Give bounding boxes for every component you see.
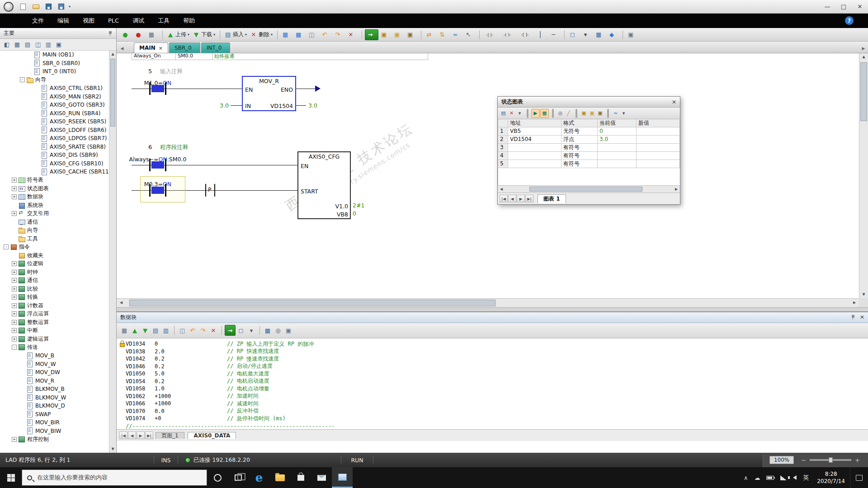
sc-options-caret[interactable]: ▾ xyxy=(620,109,627,118)
tree-expander-icon[interactable]: + xyxy=(12,194,17,199)
datablock-line[interactable]: VD1074 +0 // 急停补偿时间 (ms) xyxy=(118,415,868,422)
properties-button[interactable]: ▣ xyxy=(626,29,638,40)
datablock-value[interactable]: 2.0 xyxy=(155,348,227,355)
menu-item[interactable]: PLC xyxy=(101,14,126,28)
tree-expander-icon[interactable] xyxy=(12,220,17,225)
tree-expander-icon[interactable] xyxy=(20,404,25,408)
tree-expander-icon[interactable] xyxy=(20,395,25,400)
zoom-slider[interactable] xyxy=(810,459,851,461)
selection-pointer-button[interactable]: ↖ xyxy=(463,29,476,40)
read-forces-button[interactable]: ▣ xyxy=(405,29,418,40)
tree-expander-icon[interactable] xyxy=(20,420,25,425)
tree-item[interactable]: + 整数运算 xyxy=(0,318,109,327)
tree-item[interactable]: MOV_DW xyxy=(0,368,109,377)
tree-expander-icon[interactable] xyxy=(34,153,39,158)
tray-chevron-icon[interactable]: ∧ xyxy=(741,474,751,481)
sc-unforce-button[interactable]: ▣ xyxy=(588,109,596,118)
onedrive-icon[interactable]: ☁ xyxy=(751,474,763,481)
tree-item[interactable]: AXIS0_RUN (SBR4) xyxy=(0,109,109,118)
tree-item[interactable]: MOV_BIW xyxy=(0,427,109,436)
positive-edge-contact[interactable]: P xyxy=(205,184,215,197)
format-cell[interactable]: 无符号 xyxy=(561,127,598,136)
tree-item[interactable]: + 数据块 xyxy=(0,193,109,202)
tree-expander-icon[interactable]: + xyxy=(12,186,17,191)
tree-item[interactable]: + 交叉引用 xyxy=(0,210,109,218)
status-chart-hscroll-thumb[interactable] xyxy=(529,187,642,192)
datablock-address[interactable]: VD1058 xyxy=(126,385,155,392)
menu-item[interactable]: 文件 xyxy=(25,14,51,28)
tree-item[interactable]: MOV_R xyxy=(0,377,109,385)
db-view-button[interactable]: ◻ xyxy=(236,325,246,336)
toggle-addresses-button[interactable]: ◻ xyxy=(567,29,580,40)
tree-expander-icon[interactable] xyxy=(34,144,39,149)
tree-item[interactable]: MOV_BIR xyxy=(0,418,109,427)
datablock-line[interactable]: VD1046 0.2 // 启动/停止速度 xyxy=(118,362,868,370)
status-chart-toolbar-button[interactable] xyxy=(552,109,554,118)
format-cell[interactable]: 有符号 xyxy=(561,144,598,152)
scroll-left-icon[interactable]: ◀ xyxy=(117,299,126,307)
close-button[interactable]: ✕ xyxy=(852,1,868,13)
tree-expander-icon[interactable] xyxy=(34,127,39,132)
tree-expander-icon[interactable]: + xyxy=(12,328,17,333)
menu-item[interactable]: 帮助 xyxy=(176,14,202,28)
tree-item[interactable]: AXIS0_CFG (SBR10) xyxy=(0,160,109,168)
nav-list-view[interactable]: ▥ xyxy=(43,40,53,49)
help-icon[interactable]: ? xyxy=(845,16,854,25)
quick-toolbar-caret[interactable]: ▾ xyxy=(69,5,71,9)
tab-close-icon[interactable]: × xyxy=(159,45,163,51)
tree-expander-icon[interactable] xyxy=(27,61,32,66)
tree-expander-icon[interactable] xyxy=(34,103,39,108)
datablock-address[interactable]: VD1062 xyxy=(126,393,155,399)
status-chart-row[interactable]: 4 有符号 xyxy=(498,152,680,160)
close-icon[interactable]: ✕ xyxy=(860,314,864,320)
zoom-slider-thumb[interactable] xyxy=(829,457,833,463)
start-button[interactable] xyxy=(0,467,22,488)
nav-window-view[interactable]: ◫ xyxy=(33,40,43,49)
datablock-address[interactable]: VD1042 xyxy=(126,356,155,362)
tree-item[interactable]: AXIS0_MAN (SBR2) xyxy=(0,93,109,101)
datablock-value[interactable]: 0.2 xyxy=(155,363,227,370)
datablock-value[interactable]: 1.0 xyxy=(155,385,227,392)
status-chart-toolbar-button[interactable] xyxy=(527,109,528,118)
db-paste-button[interactable]: ▥ xyxy=(161,325,171,336)
editor-vertical-scrollbar[interactable]: ▲ ▼ xyxy=(859,53,868,298)
db-copy-button[interactable]: ▤ xyxy=(151,325,160,336)
undo-button[interactable]: ↶ xyxy=(320,29,332,40)
tree-expander-icon[interactable]: + xyxy=(12,311,17,316)
pou-window-button[interactable]: ◫ xyxy=(307,29,319,40)
tree-expander-icon[interactable] xyxy=(34,86,39,91)
datablock-line[interactable]: VD1042 0.2 // RP 慢速查找速度 xyxy=(118,355,868,363)
datablock-address[interactable]: VD1070 xyxy=(126,408,155,414)
nav-status-view[interactable]: ▤ xyxy=(23,40,33,49)
datablock-value[interactable]: +0 xyxy=(155,415,227,422)
tree-item[interactable]: + 转换 xyxy=(0,293,109,302)
datablock-toolbar-button[interactable] xyxy=(222,326,222,335)
datablock-value[interactable]: 5.0 xyxy=(155,371,227,377)
tree-expander-icon[interactable] xyxy=(34,161,39,166)
datablock-address[interactable]: VD1038 xyxy=(126,348,155,355)
tree-expander-icon[interactable] xyxy=(34,111,39,116)
insert-horizontal-button[interactable]: ─ xyxy=(548,29,561,40)
tree-expander-icon[interactable]: + xyxy=(12,303,17,308)
tree-expander-icon[interactable]: - xyxy=(4,244,9,249)
tree-item[interactable]: + 比较 xyxy=(0,285,109,293)
tree-item[interactable]: AXIS0_SRATE (SBR8) xyxy=(0,143,109,151)
language-indicator[interactable]: 英 xyxy=(800,474,812,482)
mov-r-box[interactable]: MOV_R EN ENO IN VD1504 xyxy=(242,76,296,111)
tree-item[interactable]: SBR_0 (SBR0) xyxy=(0,59,109,68)
tree-item[interactable]: AXIS0_RSEEK (SBR5) xyxy=(0,117,109,126)
pause-status-button[interactable]: ⇅ xyxy=(437,29,450,40)
new-value-cell[interactable] xyxy=(637,160,680,168)
tree-expander-icon[interactable] xyxy=(27,69,32,74)
action-center-button[interactable] xyxy=(850,467,868,488)
tree-item[interactable]: + 符号表 xyxy=(0,176,109,185)
tree-item[interactable]: MOV_W xyxy=(0,360,109,369)
sc-insert-row-button[interactable]: ▤ xyxy=(500,109,507,118)
zoom-in-button[interactable]: + xyxy=(853,457,862,464)
mail-button[interactable] xyxy=(311,467,332,488)
sc-write-button[interactable]: ╱ xyxy=(565,109,572,118)
tree-expander-icon[interactable]: + xyxy=(12,211,17,216)
menu-item[interactable]: 视图 xyxy=(76,14,101,28)
datablock-value[interactable]: 0 xyxy=(155,341,227,347)
tree-expander-icon[interactable] xyxy=(12,236,17,241)
